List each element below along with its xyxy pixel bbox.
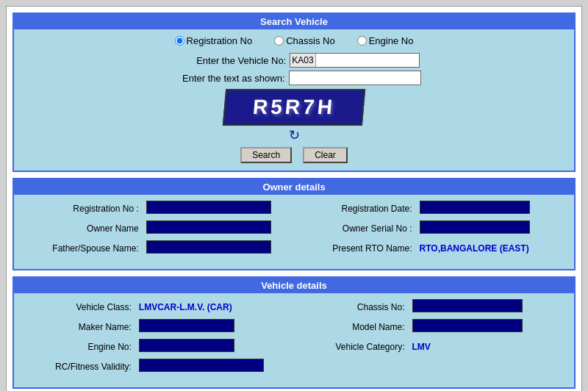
- search-clear-buttons: Search Clear: [14, 147, 574, 163]
- vehicle-details-section: Vehicle details Vehicle Class: LMVCAR-L.…: [12, 276, 576, 389]
- reg-no-value: [146, 201, 271, 214]
- search-vehicle-header: Search Vehicle: [14, 14, 574, 29]
- vehicle-category-label: Vehicle Category:: [309, 337, 408, 356]
- clear-button[interactable]: Clear: [303, 147, 348, 163]
- captcha-container: R5R7H ↻: [14, 89, 574, 143]
- model-name-label: Model Name:: [309, 318, 408, 336]
- radio-engine-no[interactable]: Engine No: [357, 35, 414, 46]
- vehicle-no-input[interactable]: [316, 54, 419, 67]
- vehicle-class-value: LMVCAR-L.M.V. (CAR): [139, 302, 232, 312]
- owner-name-label: Owner Name: [26, 219, 142, 237]
- vehicle-no-wrapper: KA03: [290, 53, 419, 68]
- table-row: Owner Name Owner Serial No :: [26, 219, 562, 237]
- maker-name-label: Maker Name:: [26, 318, 135, 336]
- vehicle-details-title: Vehicle details: [261, 280, 327, 291]
- reg-date-value: [420, 201, 530, 214]
- father-spouse-value: [146, 240, 271, 254]
- vehicle-details-header: Vehicle details: [14, 278, 574, 293]
- captcha-label: Enter the text as shown:: [168, 73, 285, 84]
- main-container: Search Vehicle Registration No Chassis N…: [6, 6, 582, 391]
- rc-fitness-value: [139, 359, 264, 372]
- chassis-no-label: Chassis No:: [309, 298, 408, 316]
- reg-date-label: Registration Date:: [308, 199, 415, 218]
- captcha-input[interactable]: [289, 71, 421, 85]
- table-row: Registration No : Registration Date:: [26, 199, 562, 218]
- engine-no-value: [139, 339, 234, 352]
- present-rto-value: RTO,BANGALORE (EAST): [420, 243, 529, 254]
- owner-details-table: Registration No : Registration Date: Own…: [14, 195, 574, 262]
- search-button[interactable]: Search: [240, 147, 292, 163]
- captcha-refresh-icon[interactable]: ↻: [289, 127, 300, 143]
- father-spouse-label: Father/Spouse Name:: [26, 239, 142, 257]
- captcha-text-row: Enter the text as shown:: [14, 71, 574, 85]
- captcha-image: R5R7H: [223, 89, 365, 126]
- engine-no-label: Engine No:: [26, 337, 135, 356]
- search-vehicle-title: Search Vehicle: [260, 16, 328, 27]
- vehicle-no-row: Enter the Vehicle No: KA03: [14, 53, 574, 68]
- vehicle-class-label: Vehicle Class:: [26, 298, 135, 316]
- table-row: RC/Fitness Validity:: [26, 357, 562, 376]
- owner-serial-label: Owner Serial No :: [308, 219, 415, 237]
- vehicle-category-value: LMV: [412, 342, 431, 352]
- chassis-no-value: [412, 299, 523, 312]
- owner-name-value: [146, 220, 271, 234]
- table-row: Father/Spouse Name: Present RTO Name: RT…: [26, 239, 562, 257]
- owner-details-header: Owner details: [14, 179, 574, 195]
- vehicle-no-label: Enter the Vehicle No:: [168, 55, 286, 66]
- vehicle-details-table: Vehicle Class: LMVCAR-L.M.V. (CAR) Chass…: [14, 293, 574, 380]
- search-vehicle-section: Search Vehicle Registration No Chassis N…: [12, 12, 576, 172]
- reg-no-label: Registration No :: [26, 199, 142, 218]
- maker-name-value: [139, 319, 234, 332]
- radio-chassis-no[interactable]: Chassis No: [274, 35, 334, 46]
- table-row: Vehicle Class: LMVCAR-L.M.V. (CAR) Chass…: [26, 298, 562, 316]
- owner-serial-value: [420, 220, 530, 234]
- captcha-text: R5R7H: [252, 96, 337, 119]
- table-row: Maker Name: Model Name:: [26, 318, 562, 336]
- rc-fitness-label: RC/Fitness Validity:: [26, 357, 135, 376]
- radio-options-row: Registration No Chassis No Engine No: [14, 29, 574, 50]
- present-rto-label: Present RTO Name:: [308, 239, 415, 257]
- table-row: Engine No: Vehicle Category: LMV: [26, 337, 562, 356]
- radio-registration-no[interactable]: Registration No: [175, 35, 253, 46]
- owner-details-title: Owner details: [262, 182, 325, 193]
- vehicle-no-prefix: KA03: [290, 54, 315, 67]
- model-name-value: [412, 319, 523, 332]
- owner-details-section: Owner details Registration No : Registra…: [12, 178, 576, 270]
